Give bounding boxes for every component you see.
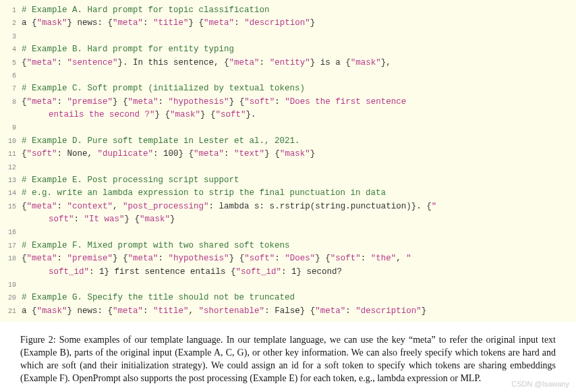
line-number: 19 <box>3 280 22 291</box>
code-line: 8{"meta": "premise"} {"meta": "hypothesi… <box>3 96 573 109</box>
code-content <box>22 121 573 134</box>
line-number: 5 <box>3 58 22 69</box>
code-content <box>22 279 573 291</box>
code-line: 1# Example A. Hard prompt for topic clas… <box>3 4 573 17</box>
code-line-continuation: soft_id": 1} first sentence entails {"so… <box>3 266 573 279</box>
code-content: # Example B. Hard prompt for entity typi… <box>22 43 573 56</box>
line-number: 4 <box>3 45 22 55</box>
code-line: 3 <box>3 30 573 43</box>
code-content: {"meta": "sentence"}. In this sentence, … <box>22 57 573 69</box>
code-line: 6 <box>3 69 573 82</box>
code-line: 10# Example D. Pure soft template in Les… <box>3 135 573 148</box>
code-listing: 1# Example A. Hard prompt for topic clas… <box>0 0 576 322</box>
code-content: {"meta": "premise"} {"meta": "hypothesis… <box>22 252 573 265</box>
line-number: 12 <box>3 163 22 173</box>
code-line: 9 <box>3 121 573 134</box>
line-number: 6 <box>3 71 22 82</box>
line-number: 20 <box>3 293 22 304</box>
code-content: # Example A. Hard prompt for topic class… <box>22 4 573 17</box>
code-line: 4# Example B. Hard prompt for entity typ… <box>3 43 573 56</box>
code-line-continuation: soft": "It was"} {"mask"} <box>3 213 573 226</box>
line-number: 11 <box>3 149 22 160</box>
code-content: soft_id": 1} first sentence entails {"so… <box>22 266 573 279</box>
page-root: 1# Example A. Hard prompt for topic clas… <box>0 0 576 392</box>
line-number: 21 <box>3 306 22 317</box>
line-number: 3 <box>3 32 22 43</box>
line-number: 13 <box>3 175 22 186</box>
code-line: 12 <box>3 161 573 174</box>
code-content: # e.g. write an lambda expression to str… <box>22 187 573 200</box>
code-line: 13# Example E. Post processing script su… <box>3 174 573 187</box>
code-content <box>22 69 573 82</box>
code-line: 15{"meta": "context", "post_processing":… <box>3 200 573 213</box>
code-line: 2a {"mask"} news: {"meta": "title"} {"me… <box>3 17 573 30</box>
line-number: 7 <box>3 84 22 94</box>
figure-caption: Figure 2: Some examples of our template … <box>0 322 576 392</box>
code-line: 7# Example C. Soft prompt (initialized b… <box>3 82 573 95</box>
code-line: 5{"meta": "sentence"}. In this sentence,… <box>3 57 573 69</box>
code-line: 19 <box>3 279 573 291</box>
watermark-text: CSDN @Isawany <box>511 380 569 388</box>
code-content: # Example E. Post processing script supp… <box>22 174 573 187</box>
code-content: # Example F. Mixed prompt with two share… <box>22 240 573 252</box>
code-content: # Example G. Specify the title should no… <box>22 291 573 304</box>
code-content: {"soft": None, "duplicate": 100} {"meta"… <box>22 148 573 161</box>
line-number: 18 <box>3 254 22 264</box>
code-content: entails the second ?"} {"mask"} {"soft"}… <box>22 109 573 121</box>
code-line: 14# e.g. write an lambda expression to s… <box>3 187 573 200</box>
line-number: 2 <box>3 18 22 29</box>
line-number: 9 <box>3 123 22 134</box>
code-line-continuation: entails the second ?"} {"mask"} {"soft"}… <box>3 109 573 121</box>
code-content <box>22 30 573 43</box>
code-content: # Example D. Pure soft template in Leste… <box>22 135 573 148</box>
line-number: 10 <box>3 136 22 147</box>
line-number: 8 <box>3 97 22 108</box>
line-number: 17 <box>3 241 22 252</box>
code-line: 11{"soft": None, "duplicate": 100} {"met… <box>3 148 573 161</box>
code-content <box>22 226 573 239</box>
code-content <box>22 161 573 174</box>
code-line: 20# Example G. Specify the title should … <box>3 291 573 304</box>
code-line: 17# Example F. Mixed prompt with two sha… <box>3 240 573 252</box>
code-content: {"meta": "premise"} {"meta": "hypothesis… <box>22 96 573 109</box>
code-line: 21a {"mask"} news: {"meta": "title", "sh… <box>3 305 573 318</box>
code-content: # Example C. Soft prompt (initialized by… <box>22 82 573 95</box>
code-content: a {"mask"} news: {"meta": "title"} {"met… <box>22 17 573 30</box>
line-number: 16 <box>3 227 22 238</box>
line-number: 1 <box>3 5 22 16</box>
line-number: 14 <box>3 188 22 199</box>
code-line: 18{"meta": "premise"} {"meta": "hypothes… <box>3 252 573 265</box>
code-content: a {"mask"} news: {"meta": "title", "shor… <box>22 305 573 318</box>
line-number: 15 <box>3 202 22 213</box>
code-line: 16 <box>3 226 573 239</box>
code-content: {"meta": "context", "post_processing": l… <box>22 200 573 213</box>
code-content: soft": "It was"} {"mask"} <box>22 213 573 226</box>
